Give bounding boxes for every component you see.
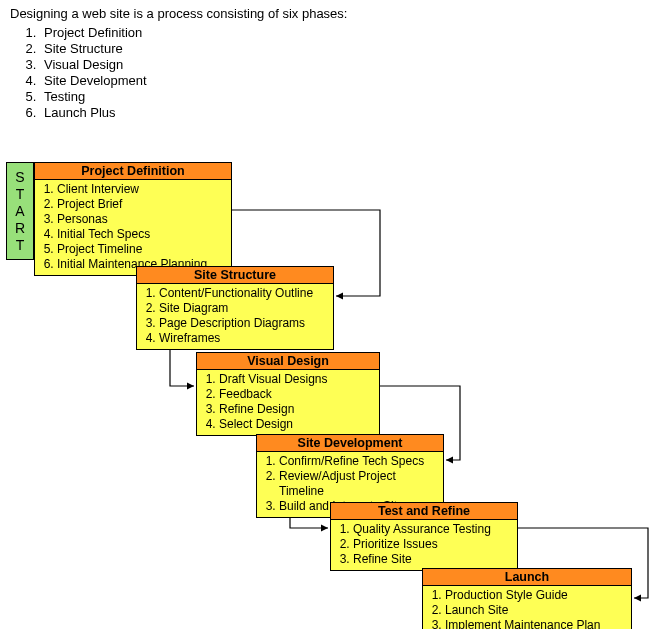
phase-step: Project Brief bbox=[57, 197, 231, 212]
phase-step: Review/Adjust Project Timeline bbox=[279, 469, 443, 499]
phase-step: Page Description Diagrams bbox=[159, 316, 333, 331]
phase-step: Select Design bbox=[219, 417, 379, 432]
phase-step: Refine Design bbox=[219, 402, 379, 417]
phase-box-site-structure: Site Structure Content/Functionality Out… bbox=[136, 266, 334, 350]
phase-title: Site Development bbox=[257, 435, 443, 452]
start-letter: T bbox=[16, 237, 25, 254]
phase-summary-item: Launch Plus bbox=[40, 105, 656, 121]
phase-step: Site Diagram bbox=[159, 301, 333, 316]
phase-step: Refine Site bbox=[353, 552, 517, 567]
phase-summary-item: Site Structure bbox=[40, 41, 656, 57]
phase-step: Launch Site bbox=[445, 603, 631, 618]
phase-steps: Client Interview Project Brief Personas … bbox=[57, 182, 231, 272]
phase-step: Project Timeline bbox=[57, 242, 231, 257]
phase-title: Launch bbox=[423, 569, 631, 586]
phase-steps: Draft Visual Designs Feedback Refine Des… bbox=[219, 372, 379, 432]
phase-steps: Quality Assurance Testing Prioritize Iss… bbox=[353, 522, 517, 567]
phase-step: Content/Functionality Outline bbox=[159, 286, 333, 301]
phase-title: Site Structure bbox=[137, 267, 333, 284]
phase-step: Implement Maintenance Plan bbox=[445, 618, 631, 629]
phase-step: Personas bbox=[57, 212, 231, 227]
page: Designing a web site is a process consis… bbox=[0, 0, 666, 629]
phase-title: Project Definition bbox=[35, 163, 231, 180]
phase-step: Confirm/Refine Tech Specs bbox=[279, 454, 443, 469]
phase-summary-list: Project Definition Site Structure Visual… bbox=[40, 25, 656, 121]
phase-box-launch: Launch Production Style Guide Launch Sit… bbox=[422, 568, 632, 629]
intro-text: Designing a web site is a process consis… bbox=[0, 0, 666, 125]
phase-steps: Content/Functionality Outline Site Diagr… bbox=[159, 286, 333, 346]
intro-lead: Designing a web site is a process consis… bbox=[10, 6, 656, 21]
phase-step: Initial Tech Specs bbox=[57, 227, 231, 242]
start-letter: A bbox=[15, 203, 24, 220]
phase-step: Wireframes bbox=[159, 331, 333, 346]
start-letter: S bbox=[15, 169, 24, 186]
phase-step: Feedback bbox=[219, 387, 379, 402]
phase-step: Production Style Guide bbox=[445, 588, 631, 603]
start-letter: T bbox=[16, 186, 25, 203]
phase-step: Client Interview bbox=[57, 182, 231, 197]
phase-box-visual-design: Visual Design Draft Visual Designs Feedb… bbox=[196, 352, 380, 436]
phase-summary-item: Visual Design bbox=[40, 57, 656, 73]
phase-title: Visual Design bbox=[197, 353, 379, 370]
phase-box-test-and-refine: Test and Refine Quality Assurance Testin… bbox=[330, 502, 518, 571]
flow-diagram: S T A R T Project Definition Client Inte… bbox=[0, 150, 666, 629]
phase-summary-item: Testing bbox=[40, 89, 656, 105]
phase-summary-item: Project Definition bbox=[40, 25, 656, 41]
phase-step: Quality Assurance Testing bbox=[353, 522, 517, 537]
start-letter: R bbox=[15, 220, 25, 237]
phase-steps: Production Style Guide Launch Site Imple… bbox=[445, 588, 631, 629]
phase-box-project-definition: Project Definition Client Interview Proj… bbox=[34, 162, 232, 276]
phase-title: Test and Refine bbox=[331, 503, 517, 520]
start-label: S T A R T bbox=[6, 162, 34, 260]
phase-summary-item: Site Development bbox=[40, 73, 656, 89]
phase-step: Prioritize Issues bbox=[353, 537, 517, 552]
phase-step: Draft Visual Designs bbox=[219, 372, 379, 387]
